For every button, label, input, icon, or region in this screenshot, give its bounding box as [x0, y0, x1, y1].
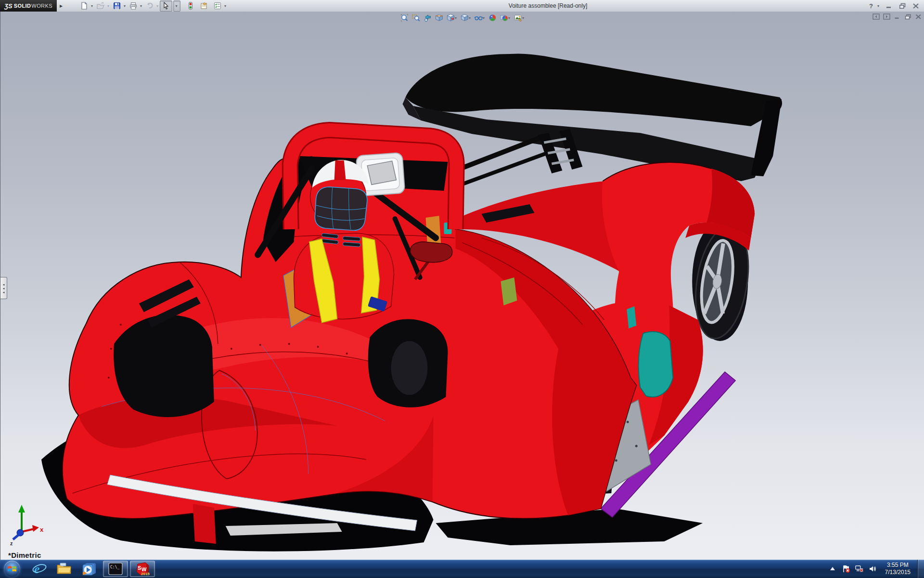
solidworks-logo-light: WORKS [31, 3, 52, 9]
clock-date: 7/13/2015 [885, 569, 911, 576]
menu-flyout-arrow[interactable]: ▶ [58, 1, 64, 10]
open-document-button[interactable] [94, 0, 107, 12]
folder-icon [56, 562, 73, 576]
help-dropdown[interactable]: ▾ [877, 4, 879, 8]
solidworks-window: ƷS SOLID WORKS ▶ ▾ ▾ [0, 0, 924, 578]
volume-icon[interactable] [869, 565, 877, 573]
print-button[interactable] [127, 0, 140, 12]
file-properties-button[interactable] [198, 0, 210, 12]
windows-taskbar: e C:\_ [0, 560, 924, 578]
internet-explorer-icon: e [32, 562, 47, 576]
save-icon [113, 1, 121, 10]
taskbar-command-prompt[interactable]: C:\_ [103, 561, 128, 577]
taskbar-windows-explorer[interactable] [52, 560, 77, 578]
solidworks-logo: ƷS SOLID WORKS [0, 0, 57, 12]
model-race-car[interactable] [0, 12, 924, 560]
triad-y-axis [18, 505, 25, 512]
print-dropdown[interactable]: ▾ [140, 4, 142, 8]
cockpit-right-panel-green [500, 277, 517, 305]
graphics-area[interactable]: ▾ ▾ ▾ [0, 12, 924, 560]
window-controls: ? ▾ [869, 1, 920, 10]
start-button[interactable] [4, 561, 20, 577]
rebuild-button[interactable] [184, 0, 197, 12]
new-document-icon [80, 1, 89, 10]
options-dropdown[interactable]: ▾ [224, 4, 226, 8]
svg-text:2015: 2015 [141, 572, 150, 576]
clock-time: 3:55 PM [885, 562, 911, 569]
helmet-visor [315, 187, 367, 230]
open-dropdown[interactable]: ▾ [107, 4, 109, 8]
restore-button[interactable] [898, 1, 907, 10]
media-player-icon [82, 562, 97, 576]
show-desktop-button[interactable] [917, 560, 924, 578]
svg-text:S: S [138, 565, 141, 571]
close-button[interactable] [911, 1, 920, 10]
select-dropdown[interactable]: ▾ [173, 0, 180, 12]
title-bar: ƷS SOLID WORKS ▶ ▾ ▾ [0, 0, 924, 12]
window-title: Voiture assomblee [Read-only] [227, 2, 869, 9]
options-checklist-icon [213, 1, 222, 10]
reference-triad: x z [4, 503, 45, 547]
solidworks-2015-icon: S W 2015 [135, 562, 150, 576]
taskbar-solidworks[interactable]: S W 2015 [130, 561, 155, 577]
side-window-teal [639, 332, 673, 397]
save-dropdown[interactable]: ▾ [124, 4, 126, 8]
rebuild-traffic-light-icon [186, 1, 195, 10]
svg-text:e: e [34, 562, 40, 576]
network-error-icon[interactable] [855, 565, 864, 573]
open-document-icon [96, 1, 105, 10]
new-document-button[interactable] [78, 0, 90, 12]
options-button[interactable] [211, 0, 224, 12]
show-hidden-icons-button[interactable] [828, 565, 837, 573]
command-prompt-icon: C:\_ [108, 563, 123, 575]
triad-x-label: x [40, 526, 44, 533]
save-button[interactable] [111, 0, 123, 12]
undo-dropdown[interactable]: ▾ [156, 4, 158, 8]
select-cursor-icon [162, 1, 170, 10]
standard-toolbar: ▾ ▾ ▾ [78, 0, 227, 12]
undo-icon [145, 1, 154, 10]
svg-text:C:\_: C:\_ [110, 565, 119, 569]
action-center-flag-icon[interactable] [842, 565, 850, 573]
help-button[interactable]: ? [869, 2, 873, 10]
view-orientation-label: *Dimetric [8, 551, 41, 559]
new-dropdown[interactable]: ▾ [91, 4, 93, 8]
select-tool-button[interactable] [160, 0, 172, 12]
windows-flag-icon [7, 565, 17, 573]
triad-z-label: z [10, 540, 13, 546]
undo-button[interactable] [143, 0, 156, 12]
solidworks-logo-mark: ƷS [4, 2, 13, 10]
solidworks-logo-bold: SOLID [14, 3, 31, 9]
taskbar-internet-explorer[interactable]: e [27, 560, 52, 578]
print-icon [129, 1, 138, 10]
minimize-button[interactable] [885, 1, 893, 10]
splitter-fin [193, 504, 216, 544]
taskbar-clock[interactable]: 3:55 PM 7/13/2015 [885, 562, 911, 576]
taskbar-media-player[interactable] [77, 560, 102, 578]
system-tray: 3:55 PM 7/13/2015 [828, 560, 924, 578]
file-properties-icon [200, 1, 208, 10]
triad-x-axis [32, 525, 39, 532]
